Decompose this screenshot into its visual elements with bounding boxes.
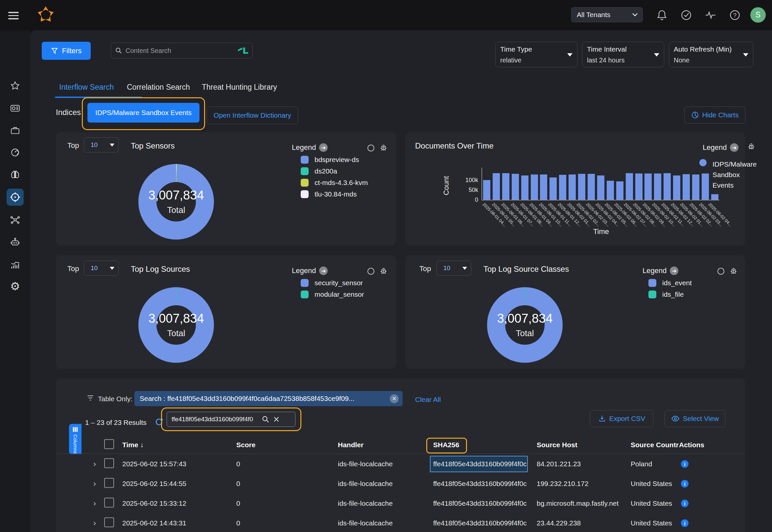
bug-icon[interactable] — [729, 266, 738, 275]
info-icon[interactable]: i — [681, 500, 689, 507]
column-header-source-country[interactable]: Source Countr — [631, 441, 679, 449]
user-avatar[interactable]: S — [750, 7, 766, 23]
info-icon[interactable]: i — [681, 480, 689, 488]
bar[interactable] — [559, 175, 566, 200]
bar[interactable] — [512, 174, 519, 200]
sidebar-item-favorites[interactable] — [9, 80, 21, 92]
legend-item[interactable]: ids_file — [648, 290, 684, 298]
refresh-icon[interactable] — [154, 417, 164, 427]
sidebar-item-threat-hunting-active[interactable] — [7, 189, 24, 206]
info-icon[interactable]: i — [681, 460, 689, 468]
column-header-actions[interactable]: Actions — [679, 441, 704, 449]
circle-icon[interactable] — [717, 268, 724, 275]
select-all-checkbox[interactable] — [104, 439, 114, 451]
hide-charts-button[interactable]: Hide Charts — [684, 106, 745, 124]
bar[interactable] — [607, 181, 614, 200]
expand-row-icon[interactable]: › — [93, 479, 96, 488]
auto-refresh-dropdown[interactable]: Auto Refresh (Min) None — [669, 42, 753, 67]
bar[interactable] — [654, 173, 661, 200]
bar[interactable] — [578, 174, 585, 200]
legend-header[interactable]: Legend ➔ — [643, 266, 678, 275]
clear-search-icon[interactable] — [273, 416, 280, 423]
legend-item[interactable]: ds200a — [301, 167, 337, 175]
bar[interactable] — [531, 174, 538, 200]
bar[interactable] — [540, 174, 547, 200]
clear-all-link[interactable]: Clear All — [415, 396, 441, 404]
system-health-pulse-icon[interactable] — [705, 9, 716, 21]
bar[interactable] — [664, 173, 671, 200]
circle-icon[interactable] — [367, 268, 374, 275]
top-n-select[interactable]: 10 — [84, 137, 119, 152]
bug-icon[interactable] — [747, 142, 756, 150]
sidebar-item-automation[interactable] — [9, 236, 21, 248]
sidebar-item-settings[interactable]: ⚙ — [9, 280, 21, 292]
bug-icon[interactable] — [379, 143, 388, 152]
tenant-selector[interactable]: All Tenants — [571, 7, 643, 22]
bug-icon[interactable] — [379, 266, 388, 275]
expand-row-icon[interactable]: › — [93, 519, 96, 528]
bar[interactable] — [626, 173, 633, 200]
bar[interactable] — [673, 175, 680, 200]
menu-icon[interactable] — [8, 10, 19, 21]
time-interval-dropdown[interactable]: Time Interval last 24 hours — [582, 42, 664, 67]
bar[interactable] — [644, 173, 652, 200]
select-view-button[interactable]: Select View — [665, 410, 725, 427]
expand-row-icon[interactable]: › — [93, 499, 96, 508]
table-row[interactable]: › 2025-06-02 15:44:55 0 ids-file-localca… — [56, 474, 745, 494]
legend-item[interactable]: ids_event — [648, 279, 692, 287]
table-row[interactable]: › 2025-06-02 14:43:31 0 ids-file-localca… — [56, 513, 745, 532]
top-n-select[interactable]: 10 — [84, 261, 119, 276]
search-filter-chip[interactable]: Search : ffe418f05e43dd3160b099f4f0ca6da… — [134, 391, 403, 406]
bar[interactable] — [493, 173, 500, 200]
remove-filter-icon[interactable]: ✕ — [390, 394, 399, 403]
open-interflow-dictionary-button[interactable]: Open Interflow Dictionary — [207, 106, 298, 124]
sidebar-item-cases[interactable] — [9, 124, 21, 137]
bar[interactable] — [683, 174, 690, 200]
column-header-time[interactable]: Time ↓ — [122, 441, 144, 449]
help-icon[interactable]: ? — [729, 9, 741, 21]
sidebar-item-dashboard[interactable] — [9, 102, 21, 114]
top-n-select[interactable]: 10 — [436, 261, 471, 276]
row-checkbox[interactable] — [104, 478, 114, 490]
legend-header[interactable]: Legend ➔ — [292, 143, 328, 152]
column-header-sha256[interactable]: SHA256 — [433, 441, 459, 449]
bar[interactable] — [635, 173, 643, 200]
time-type-dropdown[interactable]: Time Type relative — [495, 42, 577, 67]
tasks-check-icon[interactable] — [680, 9, 692, 21]
sidebar-item-ai-investigations[interactable] — [9, 169, 21, 181]
column-header-score[interactable]: Score — [236, 441, 255, 449]
filters-button[interactable]: Filters — [42, 42, 91, 60]
content-search-input[interactable] — [125, 47, 235, 55]
column-header-handler[interactable]: Handler — [338, 441, 363, 449]
row-checkbox[interactable] — [104, 498, 114, 509]
sha256-highlighted-cell[interactable]: ffe418f05e43dd3160b099f4f0c — [430, 456, 528, 472]
legend-item[interactable]: tlu-30.84-mds — [301, 190, 357, 198]
bar[interactable] — [711, 194, 718, 200]
sidebar-item-visibility[interactable] — [9, 146, 21, 159]
info-icon[interactable]: i — [681, 520, 689, 527]
tab-threat-hunting-library[interactable]: Threat Hunting Library — [202, 83, 277, 92]
column-header-source-host[interactable]: Source Host — [537, 441, 577, 449]
bar[interactable] — [616, 181, 623, 200]
row-checkbox[interactable] — [104, 458, 114, 470]
bar[interactable] — [692, 174, 699, 200]
table-row[interactable]: › 2025-06-02 15:33:12 0 ids-file-localca… — [56, 494, 745, 513]
tab-correlation-search[interactable]: Correlation Search — [127, 83, 190, 92]
tab-interflow-search[interactable]: Interflow Search — [59, 83, 114, 92]
table-row[interactable]: › 2025-06-02 15:57:43 0 ids-file-localca… — [56, 454, 745, 474]
sidebar-item-reports[interactable] — [9, 258, 21, 271]
bar[interactable] — [597, 175, 604, 200]
index-idps-malware-sandbox-events-button[interactable]: IDPS/Malware Sandbox Events — [87, 103, 199, 123]
search-icon[interactable] — [262, 415, 269, 423]
expand-row-icon[interactable]: › — [93, 459, 96, 469]
bar[interactable] — [588, 174, 595, 200]
notifications-bell-icon[interactable] — [656, 9, 668, 21]
legend-item[interactable]: bdspreview-ds — [301, 156, 359, 164]
table-search-input[interactable] — [171, 415, 258, 423]
circle-icon[interactable] — [367, 145, 374, 151]
legend-item[interactable]: ct-mds-4.3.6-kvm — [301, 179, 368, 187]
legend-header[interactable]: Legend ➔ — [292, 266, 328, 275]
bar[interactable] — [702, 173, 709, 200]
bar[interactable] — [521, 175, 528, 200]
row-checkbox[interactable] — [104, 518, 114, 529]
